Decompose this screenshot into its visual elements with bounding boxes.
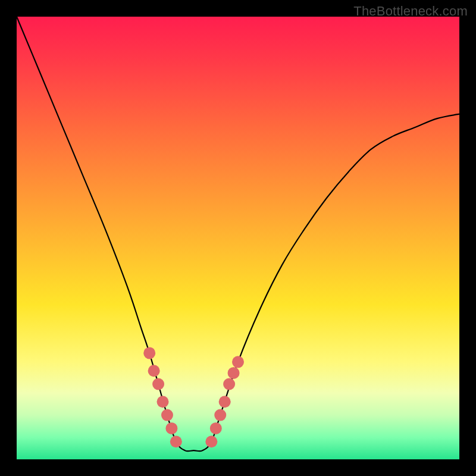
curve-marker [214,409,226,421]
curve-marker [157,396,169,408]
curve-marker [232,356,244,368]
curve-marker [165,422,177,434]
curve-marker [170,436,182,447]
curve-marker [143,347,155,359]
curve-marker [161,409,173,421]
curve-marker [223,378,235,390]
curve-marker [228,367,240,379]
chart-container: TheBottleneck.com [0,0,476,476]
marker-group-right [205,356,244,447]
curve-marker [210,422,222,434]
watermark-text: TheBottleneck.com [353,4,468,19]
plot-area [17,17,459,459]
chart-svg [17,17,459,459]
curve-marker [152,378,164,390]
curve-marker [148,365,160,377]
curve-marker [219,396,231,408]
curve-marker [205,436,217,447]
marker-group-left [143,347,182,447]
bottleneck-curve [17,17,459,451]
